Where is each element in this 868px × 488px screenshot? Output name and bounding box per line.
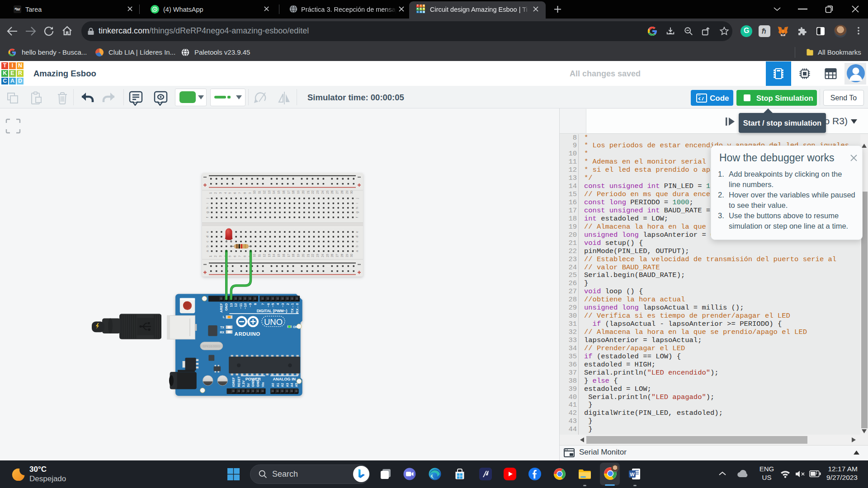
svg-text:13: 13	[268, 253, 271, 257]
svg-text:23: 23	[316, 190, 319, 194]
svg-text:21: 21	[307, 190, 310, 194]
svg-text:26: 26	[330, 190, 334, 194]
svg-text:10: 10	[253, 190, 256, 194]
svg-text:12: 12	[263, 190, 266, 194]
svg-text:RX: RX	[220, 331, 224, 334]
svg-text:b: b	[206, 245, 209, 247]
svg-text:6: 6	[233, 255, 236, 257]
svg-text:12: 12	[234, 303, 238, 307]
svg-text:c: c	[355, 240, 359, 242]
svg-text:19: 19	[297, 190, 300, 194]
svg-text:a: a	[206, 250, 209, 252]
svg-text:e: e	[355, 231, 359, 233]
svg-text:16: 16	[282, 190, 285, 194]
svg-text:18: 18	[292, 190, 295, 194]
svg-text:7: 7	[238, 255, 241, 257]
svg-text:j: j	[206, 198, 209, 199]
svg-text:Vin: Vin	[261, 382, 264, 387]
svg-text:4: 4	[154, 8, 156, 11]
svg-text:29: 29	[345, 253, 349, 257]
svg-text:~5: ~5	[271, 303, 275, 307]
svg-text:19: 19	[297, 253, 300, 257]
svg-text:~11: ~11	[239, 303, 243, 309]
svg-text:24: 24	[321, 253, 324, 257]
svg-text:7: 7	[261, 303, 265, 305]
svg-text:A2: A2	[281, 383, 284, 387]
svg-text:18: 18	[292, 253, 295, 257]
svg-text:a: a	[355, 250, 359, 252]
svg-text:16: 16	[282, 253, 285, 257]
svg-text:28: 28	[340, 190, 344, 194]
svg-text:A0: A0	[271, 383, 274, 387]
svg-text:ON: ON	[293, 325, 297, 328]
svg-text:TX→1: TX→1	[290, 303, 294, 313]
svg-text:IOREF: IOREF	[232, 377, 235, 387]
svg-text:RX←0: RX←0	[295, 303, 299, 314]
svg-text:d: d	[355, 236, 359, 238]
svg-text:21: 21	[307, 253, 310, 257]
svg-text:~6: ~6	[266, 303, 270, 307]
svg-text:A3: A3	[286, 383, 289, 387]
svg-text:8: 8	[253, 303, 257, 305]
svg-text:GND: GND	[224, 303, 228, 310]
svg-text:RESET: RESET	[237, 376, 241, 387]
svg-text:22: 22	[311, 190, 314, 194]
svg-text:9: 9	[248, 192, 251, 194]
svg-text:14: 14	[272, 253, 275, 257]
svg-text:j: j	[355, 198, 359, 199]
svg-text:2: 2	[214, 192, 217, 194]
svg-text:AREF: AREF	[219, 303, 223, 313]
svg-text:5: 5	[228, 192, 231, 194]
svg-text:15: 15	[277, 253, 280, 257]
svg-text:12: 12	[263, 253, 266, 257]
svg-text:h: h	[206, 207, 209, 209]
svg-text:29: 29	[345, 190, 349, 194]
svg-text:g: g	[355, 211, 359, 213]
svg-text:L: L	[223, 315, 225, 319]
svg-text:1: 1	[209, 192, 212, 194]
svg-text:4: 4	[224, 192, 227, 194]
svg-text:e: e	[206, 231, 209, 233]
svg-text:GND: GND	[251, 380, 255, 387]
svg-text:4: 4	[276, 303, 280, 305]
svg-text:c: c	[206, 240, 209, 242]
svg-text:b: b	[355, 245, 359, 247]
svg-text:20: 20	[302, 190, 305, 194]
svg-text:2: 2	[286, 303, 290, 305]
svg-text:14: 14	[272, 190, 275, 194]
svg-text:2: 2	[214, 255, 217, 257]
svg-text:20: 20	[302, 253, 305, 257]
svg-text:W: W	[630, 472, 635, 477]
svg-text:UNO: UNO	[264, 317, 283, 327]
svg-text:23: 23	[316, 253, 319, 257]
svg-text:7: 7	[238, 192, 241, 194]
svg-text:15: 15	[277, 190, 280, 194]
svg-text:28: 28	[340, 253, 344, 257]
svg-text:11: 11	[258, 191, 261, 194]
svg-text:17: 17	[287, 190, 290, 194]
svg-text:5V: 5V	[247, 383, 250, 387]
svg-text:13: 13	[268, 190, 271, 194]
svg-text:30: 30	[350, 253, 353, 257]
svg-text:ANALOG IN: ANALOG IN	[273, 377, 296, 381]
svg-text:27: 27	[335, 253, 339, 257]
svg-text:5: 5	[228, 255, 231, 257]
svg-text:24: 24	[321, 190, 324, 194]
svg-text:11: 11	[258, 254, 261, 257]
svg-text:GND: GND	[256, 380, 259, 387]
svg-text:A4: A4	[290, 383, 293, 387]
svg-text:8: 8	[243, 255, 246, 257]
svg-text:8: 8	[243, 192, 246, 194]
svg-text:h: h	[355, 207, 359, 209]
svg-text:TX: TX	[220, 326, 224, 329]
svg-text:f: f	[206, 217, 209, 218]
svg-text:DIGITAL (PWM~): DIGITAL (PWM~)	[257, 309, 288, 313]
svg-text:25: 25	[326, 253, 329, 257]
svg-text:A5: A5	[295, 383, 298, 387]
svg-text:f: f	[355, 217, 359, 218]
svg-text:d: d	[206, 236, 209, 238]
svg-text:3: 3	[219, 255, 222, 257]
svg-text:3.3V: 3.3V	[242, 380, 245, 387]
svg-text:26: 26	[330, 253, 334, 257]
svg-text:13: 13	[229, 303, 233, 307]
